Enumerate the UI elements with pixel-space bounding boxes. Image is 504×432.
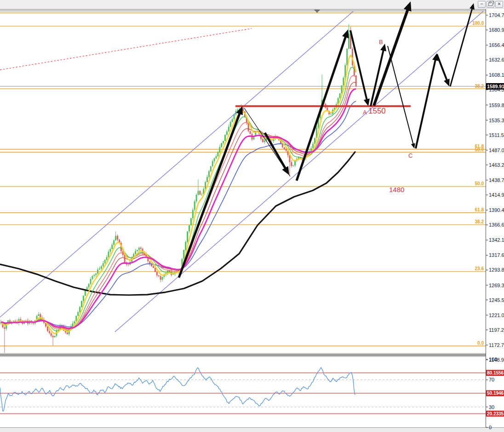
window-background [0, 0, 504, 432]
chart-top-border [0, 11, 486, 11]
candle-body [77, 312, 79, 316]
candle-body [79, 307, 80, 312]
rsi-axis-label: 70 [489, 377, 494, 382]
chart-canvas[interactable]: 100.038.261.850.050.061.838.223.60.0A155… [0, 0, 504, 432]
price-axis-label: 1293.80 [489, 267, 504, 273]
candle-body [343, 78, 344, 85]
candle-body [294, 161, 296, 165]
candle-body [124, 255, 126, 262]
candle-body [67, 333, 68, 335]
candle-body [271, 141, 272, 141]
candle-body [216, 156, 217, 158]
candle-body [88, 284, 90, 287]
price-axis-label: 1366.60 [489, 222, 504, 227]
axis-background [486, 9, 504, 427]
price-axis-label: 1245.50 [489, 297, 504, 303]
candle-body [4, 327, 5, 329]
price-axis-label: 1608.10 [489, 72, 504, 78]
rsi-level-value: 20.2335 [487, 411, 504, 416]
candle-body [346, 49, 348, 65]
candle-body [214, 158, 215, 161]
price-axis-label: 1463.20 [489, 162, 504, 168]
candle-body [292, 165, 294, 166]
candle-body [199, 191, 200, 194]
title-bar-edge [0, 8, 504, 9]
candle-body [127, 265, 129, 265]
price-axis-label: 1342.10 [489, 237, 504, 243]
candle-body [140, 248, 142, 249]
candle-body [97, 269, 98, 273]
candle-body [330, 114, 332, 114]
candle-body [20, 319, 21, 320]
candle-body [111, 244, 113, 249]
candle-body [138, 248, 140, 250]
candle-body [92, 276, 93, 279]
candle-body [86, 287, 88, 289]
candle-body [205, 182, 206, 189]
candle-body [212, 161, 213, 166]
wave-label[interactable]: 1550 [368, 107, 386, 115]
price-axis-label: 1438.70 [489, 177, 504, 183]
candle-body [219, 147, 220, 152]
window-controls: – × [478, 1, 503, 8]
candle-body [49, 331, 50, 333]
close-icon: × [498, 1, 500, 7]
candle-body [106, 257, 108, 260]
candle-body [117, 236, 118, 239]
candle-body [226, 131, 228, 135]
candle-body [74, 322, 75, 324]
candle-body [262, 139, 263, 142]
candle-body [101, 266, 102, 268]
bottom-strip [0, 428, 504, 432]
price-axis-label: 1559.80 [489, 102, 504, 108]
candle-body [284, 148, 285, 149]
candle-body [40, 314, 41, 318]
pane-separator [0, 357, 504, 358]
candle-body [221, 143, 222, 147]
price-axis-label: 1680.90 [489, 27, 504, 33]
fib-label: 50.0 [475, 147, 484, 152]
candle-body [54, 336, 56, 337]
price-axis-label: 1414.90 [489, 192, 504, 198]
candle-body [153, 266, 154, 268]
rsi-axis-label: 0 [489, 425, 492, 430]
candle-body [264, 141, 265, 142]
price-axis-label: 1221.00 [489, 313, 504, 318]
wave-label[interactable]: B [379, 39, 383, 45]
candle-body [51, 333, 52, 336]
candle-body [108, 252, 109, 257]
candle-body [99, 269, 100, 270]
candle-body [81, 301, 82, 307]
candle-body [162, 277, 163, 279]
candle-body [90, 279, 92, 284]
price-axis[interactable]: 1704.701680.901656.401632.601608.101584.… [486, 9, 504, 430]
wave-label[interactable]: 1480 [389, 186, 404, 193]
candle-body [95, 273, 97, 275]
pane-separator-bar[interactable] [0, 354, 504, 357]
restore-button[interactable] [487, 1, 494, 8]
candle-body [339, 93, 341, 98]
rsi-axis-label: 30 [489, 404, 494, 410]
candle-body [93, 275, 95, 276]
candle-body [83, 296, 84, 301]
price-axis-label: 1390.40 [489, 207, 504, 213]
candle-body [208, 171, 210, 177]
candle-body [217, 152, 218, 156]
candle-body [210, 166, 212, 171]
candle-body [160, 276, 161, 280]
pane-separator[interactable] [0, 353, 504, 353]
fib-label: 38.2 [475, 219, 484, 224]
candle-body [104, 260, 106, 263]
wave-label[interactable]: A [363, 109, 367, 116]
current-price-label: 1589.91 [487, 84, 504, 89]
rsi-bottom-border [0, 427, 504, 428]
candle-body [224, 135, 226, 141]
price-axis-label: 1269.30 [489, 283, 504, 288]
candle-body [185, 242, 186, 250]
restore-icon [488, 2, 493, 6]
close-button[interactable]: × [495, 1, 503, 8]
minimize-button[interactable]: – [478, 1, 486, 8]
rsi-axis-label: 100 [489, 357, 497, 362]
wave-label[interactable]: C [408, 152, 412, 159]
fib-label: 50.0 [475, 181, 484, 186]
